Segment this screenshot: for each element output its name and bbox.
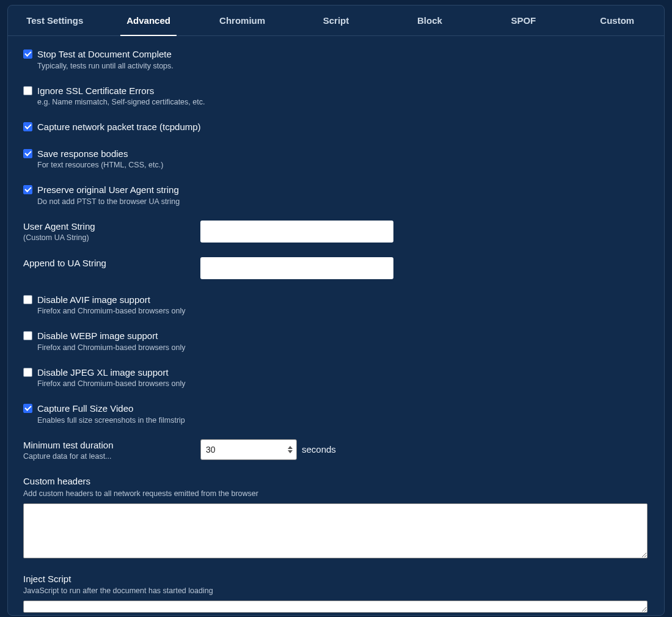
save-bodies-hint: For text resources (HTML, CSS, etc.) [37, 161, 163, 169]
ua-string-hint: (Custom UA String) [23, 233, 200, 242]
min-duration-label: Minimum test duration [23, 439, 200, 451]
full-video-label: Capture Full Size Video [37, 403, 185, 415]
chevron-up-icon[interactable] [288, 446, 293, 449]
tab-script[interactable]: Script [289, 5, 382, 36]
tab-custom[interactable]: Custom [571, 5, 664, 36]
save-bodies-checkbox[interactable] [23, 149, 32, 158]
disable-jxl-checkbox[interactable] [23, 368, 32, 377]
min-duration-suffix: seconds [302, 439, 336, 460]
min-duration-input[interactable] [200, 439, 297, 460]
disable-jxl-hint: Firefox and Chromium-based browsers only [37, 379, 185, 388]
tab-advanced[interactable]: Advanced [101, 5, 195, 36]
tab-block[interactable]: Block [383, 5, 477, 36]
stop-doc-hint: Typically, tests run until all activity … [37, 62, 173, 70]
tab-bar: Test Settings Advanced Chromium Script B… [8, 5, 664, 36]
append-ua-label: Append to UA String [23, 257, 200, 269]
full-video-hint: Enables full size screenshots in the fil… [37, 416, 185, 425]
disable-avif-checkbox[interactable] [23, 295, 32, 304]
disable-webp-hint: Firefox and Chromium-based browsers only [37, 343, 185, 352]
tab-spof[interactable]: SPOF [477, 5, 570, 36]
disable-webp-label: Disable WEBP image support [37, 330, 185, 342]
settings-panel: Test Settings Advanced Chromium Script B… [7, 5, 665, 616]
ignore-ssl-hint: e.g. Name mismatch, Self-signed certific… [37, 98, 205, 106]
chevron-down-icon[interactable] [288, 450, 293, 453]
tcpdump-checkbox[interactable] [23, 122, 32, 131]
ignore-ssl-label: Ignore SSL Certificate Errors [37, 85, 205, 97]
append-ua-input[interactable] [200, 257, 393, 279]
inject-script-hint: JavaScript to run after the document has… [23, 586, 213, 595]
tab-test-settings[interactable]: Test Settings [8, 5, 101, 36]
custom-headers-hint: Add custom headers to all network reques… [23, 489, 258, 498]
ignore-ssl-checkbox[interactable] [23, 86, 32, 95]
preserve-ua-label: Preserve original User Agent string [37, 184, 180, 196]
number-spinner-icon[interactable] [286, 443, 294, 456]
advanced-form: Stop Test at Document Complete Typically… [8, 36, 664, 617]
disable-avif-hint: Firefox and Chromium-based browsers only [37, 307, 185, 315]
disable-avif-label: Disable AVIF image support [37, 294, 185, 306]
custom-headers-textarea[interactable] [23, 503, 648, 558]
preserve-ua-hint: Do not add PTST to the browser UA string [37, 197, 180, 206]
custom-headers-label: Custom headers [23, 476, 90, 486]
save-bodies-label: Save response bodies [37, 148, 163, 160]
tab-chromium[interactable]: Chromium [195, 5, 289, 36]
inject-script-label: Inject Script [23, 574, 71, 584]
min-duration-hint: Capture data for at least... [23, 452, 200, 461]
stop-doc-label: Stop Test at Document Complete [37, 48, 173, 60]
tcpdump-label: Capture network packet trace (tcpdump) [37, 121, 201, 133]
inject-script-textarea[interactable] [23, 601, 648, 613]
full-video-checkbox[interactable] [23, 404, 32, 413]
disable-jxl-label: Disable JPEG XL image support [37, 367, 185, 379]
disable-webp-checkbox[interactable] [23, 331, 32, 340]
stop-doc-checkbox[interactable] [23, 49, 32, 59]
ua-string-label: User Agent String [23, 221, 200, 233]
preserve-ua-checkbox[interactable] [23, 185, 32, 194]
ua-string-input[interactable] [200, 221, 393, 243]
